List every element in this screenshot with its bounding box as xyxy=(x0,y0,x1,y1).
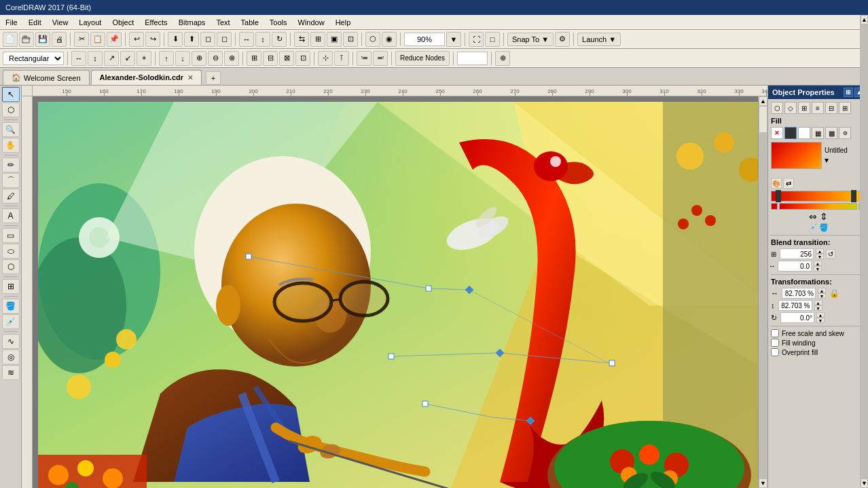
panel-icon-4[interactable]: ≡ xyxy=(812,102,824,114)
blend-steps-input[interactable] xyxy=(780,248,814,259)
canvas-scroll-thumb[interactable] xyxy=(759,106,767,133)
ellipse-tool[interactable]: ⬭ xyxy=(2,244,20,259)
panel-icon-5[interactable]: ⊟ xyxy=(825,102,837,114)
settings-button[interactable]: ⚙ xyxy=(555,32,570,47)
canvas-scroll-down[interactable]: ▼ xyxy=(759,478,767,488)
eyedropper-tool[interactable]: 💉 xyxy=(2,314,20,329)
align-button[interactable]: ⇆ xyxy=(294,32,309,47)
text-tool[interactable]: A xyxy=(2,208,20,223)
panel-scroll-down[interactable]: ▼ xyxy=(861,478,868,488)
fill-winding-checkbox[interactable] xyxy=(771,339,779,347)
import-button[interactable]: ⬇ xyxy=(168,32,183,47)
menu-object[interactable]: Object xyxy=(107,17,139,28)
panel-icon-2[interactable]: ◇ xyxy=(784,102,797,114)
distort-tool[interactable]: ≋ xyxy=(2,365,20,380)
tb2-btn14[interactable]: ⊡ xyxy=(295,51,310,66)
color-reverse-btn[interactable]: ⇔ xyxy=(809,211,817,222)
tab-welcome[interactable]: 🏠 Welcome Screen xyxy=(3,70,90,85)
menu-text[interactable]: Text xyxy=(211,17,235,28)
scale-y-down[interactable]: ▼ xyxy=(814,305,822,311)
smart-fill-button[interactable]: ◉ xyxy=(382,32,397,47)
tb2-btn12[interactable]: ⊟ xyxy=(263,51,278,66)
node-edit-button[interactable]: ⬡ xyxy=(365,32,380,47)
menu-layout[interactable]: Layout xyxy=(73,17,107,28)
tb2-btn7[interactable]: ↓ xyxy=(175,51,190,66)
mirror-h-button[interactable]: ↔ xyxy=(239,32,254,47)
tb2-btn17[interactable]: ≔ xyxy=(357,51,372,66)
menu-bitmaps[interactable]: Bitmaps xyxy=(173,17,211,28)
zoom-tool[interactable]: 🔍 xyxy=(2,122,20,137)
tb2-btn18[interactable]: ≕ xyxy=(373,51,388,66)
eyedropper-btn[interactable]: 💉 xyxy=(808,223,818,232)
reduce-nodes-button[interactable]: Reduce Nodes xyxy=(395,51,450,66)
panel-icon-3[interactable]: ⊞ xyxy=(798,102,810,114)
color-dropdown-btn[interactable]: ▾ xyxy=(825,155,834,165)
color-stop-left[interactable] xyxy=(771,203,778,210)
blend-reset-btn[interactable]: ↺ xyxy=(826,249,835,259)
menu-tools[interactable]: Tools xyxy=(264,17,293,28)
publish-button[interactable]: ◻ xyxy=(200,32,215,47)
undo-button[interactable]: ↩ xyxy=(129,32,144,47)
scale-x-down[interactable]: ▼ xyxy=(818,293,826,299)
menu-file[interactable]: File xyxy=(0,17,23,28)
color-swap-btn[interactable]: ⇄ xyxy=(783,178,794,189)
menu-help[interactable]: Help xyxy=(330,17,357,28)
tab-close-btn[interactable]: ✕ xyxy=(187,74,193,81)
tb2-btn11[interactable]: ⊞ xyxy=(247,51,261,66)
wireframe-button[interactable]: □ xyxy=(485,32,500,47)
menu-edit[interactable]: Edit xyxy=(23,17,47,28)
snap-to-button[interactable]: Snap To ▼ xyxy=(507,33,554,46)
options-button[interactable]: ◻ xyxy=(217,32,232,47)
tb2-btn5[interactable]: ⌖ xyxy=(137,51,151,66)
fill-icon-texture[interactable]: ⚙ xyxy=(839,127,851,139)
menu-view[interactable]: View xyxy=(47,17,74,28)
save-button[interactable]: 💾 xyxy=(35,32,50,47)
export-button[interactable]: ⬆ xyxy=(184,32,199,47)
panel-scroll-track[interactable] xyxy=(861,24,868,478)
tb2-btn4[interactable]: ↙ xyxy=(120,51,135,66)
scale-y-input[interactable] xyxy=(778,300,812,311)
tb2-btn13[interactable]: ⊠ xyxy=(279,51,294,66)
blend-tool[interactable]: ∿ xyxy=(2,334,20,349)
blend-steps-down[interactable]: ▼ xyxy=(816,254,824,259)
panel-icons-btn[interactable]: ⊞ xyxy=(844,88,853,97)
fill-icon-pattern[interactable]: ▦ xyxy=(812,127,824,139)
shape-select[interactable]: Rectangular Rounded Beveled Scalloped xyxy=(3,52,64,65)
tb2-btn1[interactable]: ↔ xyxy=(71,51,86,66)
blend-accel-up[interactable]: ▲ xyxy=(814,261,822,266)
scale-x-up[interactable]: ▲ xyxy=(818,288,826,293)
rotation-input[interactable] xyxy=(780,312,814,323)
scale-y-up[interactable]: ▲ xyxy=(814,300,822,305)
menu-effects[interactable]: Effects xyxy=(139,17,173,28)
pattern-tool[interactable]: ⊞ xyxy=(2,279,20,294)
node-tool[interactable]: ⬡ xyxy=(2,102,20,117)
tb2-btn8[interactable]: ⊕ xyxy=(192,51,206,66)
rotation-down[interactable]: ▼ xyxy=(816,318,825,323)
cut-button[interactable]: ✂ xyxy=(74,32,89,47)
group-button[interactable]: ▣ xyxy=(327,32,342,47)
rotation-up[interactable]: ▲ xyxy=(816,312,825,318)
tb2-btn2[interactable]: ↕ xyxy=(88,51,103,66)
pan-tool[interactable]: ✋ xyxy=(2,138,20,153)
launch-button[interactable]: Launch ▼ xyxy=(577,33,621,46)
distribute-button[interactable]: ⊞ xyxy=(310,32,325,47)
gradient-thumb-right[interactable] xyxy=(851,190,856,202)
freehand-tool[interactable]: ✏ xyxy=(2,157,20,172)
zoom-btn[interactable]: ▼ xyxy=(446,32,461,47)
panel-icon-6[interactable]: ⊞ xyxy=(839,102,851,114)
canvas-scroll-up[interactable]: ▲ xyxy=(759,96,767,106)
pen-tool[interactable]: 🖊 xyxy=(2,189,20,204)
fill-icon-none[interactable]: ✕ xyxy=(771,127,783,139)
color-gradient-preview[interactable] xyxy=(771,142,822,169)
tb2-btn15[interactable]: ⊹ xyxy=(318,51,333,66)
fill-icon-white[interactable] xyxy=(798,127,810,139)
scale-lock-btn[interactable]: 🔒 xyxy=(829,288,839,298)
open-button[interactable] xyxy=(19,32,34,47)
canvas-vscrollbar[interactable]: ▲ ▼ xyxy=(758,96,767,488)
color-fill-btn[interactable]: 🪣 xyxy=(819,223,829,232)
polygon-tool[interactable]: ⬡ xyxy=(2,259,20,274)
mirror-v-button[interactable]: ↕ xyxy=(255,32,270,47)
blend-steps-up[interactable]: ▲ xyxy=(816,248,824,254)
new-button[interactable]: 📄 xyxy=(3,32,18,47)
tab-document[interactable]: Alexander-Solodkin.cdr ✕ xyxy=(91,70,202,85)
